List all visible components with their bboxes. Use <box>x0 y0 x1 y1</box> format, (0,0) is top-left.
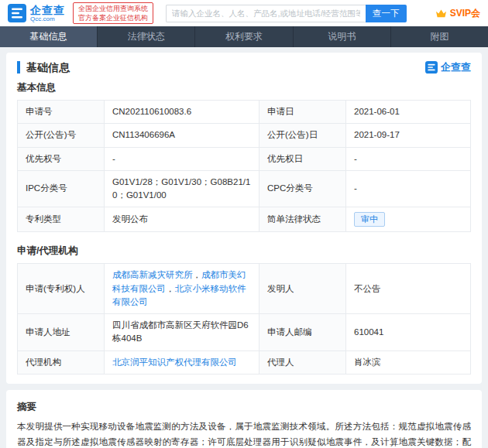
status-badge: 审中 <box>354 212 385 227</box>
certification-slogan: 全国企业信用查询系统 官方备案企业征信机构 <box>73 2 153 24</box>
page-title: 基础信息 <box>17 61 70 74</box>
card-header: 基础信息 企查查 <box>17 60 471 74</box>
svip-link[interactable]: SVIP会 <box>435 7 480 20</box>
table-row: 代理机构 北京润平知识产权代理有限公司 代理人 肖冰滨 <box>18 351 471 374</box>
applicants-cell: 成都高新减灾研究所，成都市美幻科技有限公司，北京小米移动软件有限公司 <box>105 264 259 314</box>
field-label: 公开(公告)号 <box>18 124 105 147</box>
field-value: 不公告 <box>346 264 471 314</box>
qcc-watermark-icon <box>425 61 438 74</box>
field-label: CPC分类号 <box>259 170 346 207</box>
svip-label: SVIP会 <box>450 7 480 20</box>
field-value: 审中 <box>346 207 471 232</box>
field-label: 优先权号 <box>18 147 105 170</box>
field-label: IPC分类号 <box>18 170 105 207</box>
tab-figures[interactable]: 附图 <box>391 26 488 47</box>
abstract-heading: 摘要 <box>17 401 471 414</box>
slogan-line-1: 全国企业信用查询系统 <box>78 4 148 13</box>
field-value: CN202110610083.6 <box>105 101 259 124</box>
brand-text: 企查查 Qcc.com <box>30 5 65 22</box>
table-row: 申请(专利权)人 成都高新减灾研究所，成都市美幻科技有限公司，北京小米移动软件有… <box>18 264 471 314</box>
agency-info-heading: 申请/代理机构 <box>17 245 471 258</box>
abstract-card: 摘要 本发明提供一种实现移动设备地震监测的方法及设备，属于地震监测技术领域。所述… <box>6 390 482 448</box>
qcc-logo-icon <box>8 4 26 22</box>
table-row: 专利类型 发明公布 简单法律状态 审中 <box>18 207 471 232</box>
field-label: 申请号 <box>18 101 105 124</box>
field-label: 申请人地址 <box>18 314 105 351</box>
field-label: 申请日 <box>259 101 346 124</box>
field-value: 四川省成都市高新区天府软件园D6栋404B <box>105 314 259 351</box>
search-bar: 查一下 <box>166 5 407 22</box>
slogan-line-2: 官方备案企业征信机构 <box>78 13 148 22</box>
brand-domain: Qcc.com <box>30 15 65 22</box>
field-value: 610041 <box>346 314 471 351</box>
field-value: G01V1/28；G01V1/30；G08B21/10；G01V1/00 <box>105 170 259 207</box>
field-value: 2021-06-01 <box>346 101 471 124</box>
table-row: 优先权号 - 优先权日 - <box>18 147 471 170</box>
field-label: 发明人 <box>259 264 346 314</box>
field-label: 优先权日 <box>259 147 346 170</box>
main-content: 基础信息 企查查 基本信息 申请号 CN202110610083.6 申请日 2… <box>0 47 488 448</box>
field-value: CN113406696A <box>105 124 259 147</box>
field-label: 申请(专利权)人 <box>18 264 105 314</box>
separator: ， <box>193 270 202 279</box>
table-row: 公开(公告)号 CN113406696A 公开(公告)日 2021-09-17 <box>18 124 471 147</box>
tab-basic-info[interactable]: 基础信息 <box>0 26 98 47</box>
table-row: 申请人地址 四川省成都市高新区天府软件园D6栋404B 申请人邮编 610041 <box>18 314 471 351</box>
basic-info-heading: 基本信息 <box>17 81 471 94</box>
basic-info-table: 申请号 CN202110610083.6 申请日 2021-06-01 公开(公… <box>17 100 471 232</box>
basic-info-card: 基础信息 企查查 基本信息 申请号 CN202110610083.6 申请日 2… <box>6 53 482 384</box>
qcc-logo[interactable]: 企查查 Qcc.com <box>8 4 65 22</box>
field-label: 代理机构 <box>18 351 105 374</box>
applicant-link[interactable]: 成都高新减灾研究所 <box>112 270 193 279</box>
agency-info-table: 申请(专利权)人 成都高新减灾研究所，成都市美幻科技有限公司，北京小米移动软件有… <box>17 263 471 374</box>
top-header: 企查查 Qcc.com 全国企业信用查询系统 官方备案企业征信机构 查一下 SV… <box>0 0 488 26</box>
qcc-watermark: 企查查 <box>425 60 471 74</box>
brand-name: 企查查 <box>30 5 65 15</box>
qcc-watermark-label: 企查查 <box>441 60 471 74</box>
spacer <box>17 232 471 241</box>
search-input[interactable] <box>166 5 366 22</box>
field-value: - <box>346 170 471 207</box>
field-label: 申请人邮编 <box>259 314 346 351</box>
field-label: 简单法律状态 <box>259 207 346 232</box>
section-tabs: 基础信息 法律状态 权利要求 说明书 附图 <box>0 26 488 47</box>
field-value: - <box>105 147 259 170</box>
table-row: 申请号 CN202110610083.6 申请日 2021-06-01 <box>18 101 471 124</box>
field-value: 肖冰滨 <box>346 351 471 374</box>
table-row: IPC分类号 G01V1/28；G01V1/30；G08B21/10；G01V1… <box>18 170 471 207</box>
separator: ， <box>166 284 175 293</box>
search-button[interactable]: 查一下 <box>366 5 407 22</box>
agency-link[interactable]: 北京润平知识产权代理有限公司 <box>112 357 237 367</box>
field-label: 专利类型 <box>18 207 105 232</box>
field-value: - <box>346 147 471 170</box>
agency-cell: 北京润平知识产权代理有限公司 <box>105 351 259 374</box>
abstract-text: 本发明提供一种实现移动设备地震监测的方法及设备，属于地震监测技术领域。所述方法包… <box>17 419 471 448</box>
tab-description[interactable]: 说明书 <box>294 26 391 47</box>
field-label: 公开(公告)日 <box>259 124 346 147</box>
tab-claims[interactable]: 权利要求 <box>195 26 293 47</box>
tab-legal-status[interactable]: 法律状态 <box>98 26 195 47</box>
field-label: 代理人 <box>259 351 346 374</box>
field-value: 2021-09-17 <box>346 124 471 147</box>
crown-icon <box>435 9 447 19</box>
field-value: 发明公布 <box>105 207 259 232</box>
